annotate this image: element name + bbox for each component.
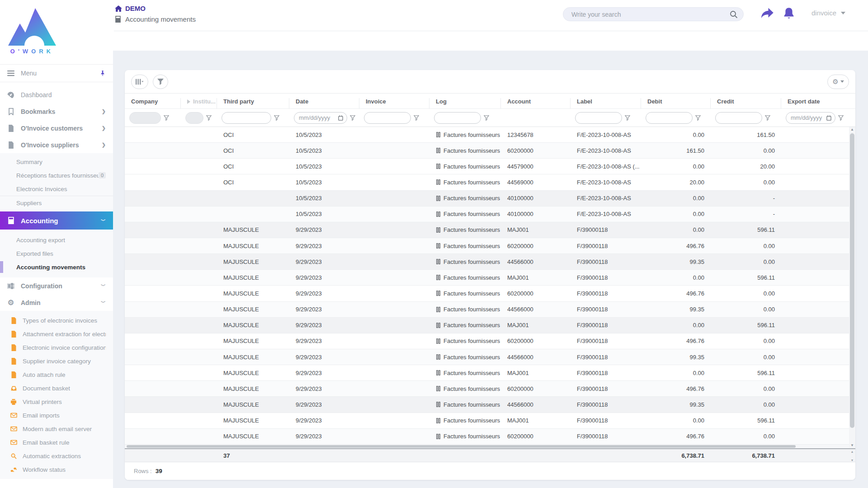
bell-icon[interactable] xyxy=(783,7,795,20)
column-header-credit[interactable]: Credit xyxy=(711,98,781,108)
column-header-log[interactable]: Log xyxy=(429,98,501,108)
totals-scroll-stub[interactable]: ▲▼ xyxy=(849,449,855,463)
sidebar-item-oinvoice-customers[interactable]: O'Invoice customers ❯ xyxy=(0,120,113,136)
table-row[interactable]: MAJUSCULE 9/29/2023 Factures fournisseur… xyxy=(125,381,855,397)
table-row[interactable]: MAJUSCULE 9/29/2023 Factures fournisseur… xyxy=(125,286,855,301)
sidebar-item-document-basket[interactable]: Document basket xyxy=(0,381,113,395)
table-settings-button[interactable]: ⚙ xyxy=(827,75,849,89)
filter-funnel-icon[interactable] xyxy=(206,115,212,121)
table-row[interactable]: MAJUSCULE 9/29/2023 Factures fournisseur… xyxy=(125,397,855,413)
scroll-down-icon[interactable]: ▼ xyxy=(850,443,854,448)
filter-export-date-input[interactable]: mm/dd/yyyy xyxy=(786,112,835,124)
vertical-scrollbar[interactable]: ▲ ▼ xyxy=(849,127,855,448)
logo[interactable]: O'WORK xyxy=(7,5,57,55)
pin-icon[interactable] xyxy=(99,70,106,77)
sidebar-item-oinvoice-suppliers[interactable]: O'Invoice suppliers ❯ xyxy=(0,136,113,153)
table-row[interactable]: MAJUSCULE 9/29/2023 Factures fournisseur… xyxy=(125,238,855,254)
sidebar-item-email-basket-rule[interactable]: Email basket rule xyxy=(0,436,113,449)
user-menu[interactable]: dinvoice xyxy=(811,9,845,17)
search-icon[interactable] xyxy=(730,10,738,19)
column-header-date[interactable]: Date xyxy=(289,98,359,108)
sidebar-item-exported-files[interactable]: Exported files xyxy=(0,247,113,260)
sidebar-item-auto-attach-rule[interactable]: Auto attach rule xyxy=(0,368,113,381)
filter-label-input[interactable] xyxy=(575,112,622,124)
sidebar-item-types-electronic-invoices[interactable]: Types of electronic invoices xyxy=(0,314,113,327)
table-row[interactable]: MAJUSCULE 9/29/2023 Factures fournisseur… xyxy=(125,270,855,286)
cell-account: 40100000 xyxy=(501,211,571,217)
horizontal-scrollbar-thumb[interactable] xyxy=(127,445,796,448)
share-icon[interactable] xyxy=(760,7,774,20)
sidebar-item-supplier-invoice-category[interactable]: Supplier invoice category xyxy=(0,354,113,368)
sidebar-item-bookmarks[interactable]: Bookmarks ❯ xyxy=(0,103,113,120)
cell-account: MAJ001 xyxy=(501,274,571,281)
filter-funnel-icon[interactable] xyxy=(274,115,279,121)
vertical-scrollbar-thumb[interactable] xyxy=(850,133,854,428)
table-row[interactable]: MAJUSCULE 9/29/2023 Factures fournisseur… xyxy=(125,254,855,270)
column-header-company[interactable]: Company xyxy=(125,98,181,108)
table-row[interactable]: 10/5/2023 Factures fournisseurs 40100000… xyxy=(125,191,855,206)
filter-funnel-icon[interactable] xyxy=(484,115,489,121)
sidebar-item-modern-auth-email-server[interactable]: Modern auth email server xyxy=(0,422,113,436)
sidebar-item-suppliers[interactable]: Suppliers xyxy=(0,196,113,210)
table-row[interactable]: MAJUSCULE 9/29/2023 Factures fournisseur… xyxy=(125,429,855,445)
filter-funnel-icon[interactable] xyxy=(164,115,169,121)
column-header-third-party[interactable]: Third party xyxy=(217,98,289,108)
sidebar-item-admin[interactable]: ⚙ Admin ﹀ xyxy=(0,294,113,311)
table-row[interactable]: MAJUSCULE 9/29/2023 Factures fournisseur… xyxy=(125,413,855,429)
column-header-debit[interactable]: Debit xyxy=(641,98,711,108)
column-header-label[interactable]: Label xyxy=(571,98,641,108)
cell-date: 10/5/2023 xyxy=(289,163,359,170)
sidebar-item-dashboard[interactable]: Dashboard xyxy=(0,86,113,103)
table-row[interactable]: MAJUSCULE 9/29/2023 Factures fournisseur… xyxy=(125,222,855,238)
table-row[interactable]: 10/5/2023 Factures fournisseurs 40100000… xyxy=(125,206,855,222)
table-row[interactable]: OCI 10/5/2023 Factures fournisseurs 4456… xyxy=(125,174,855,190)
sidebar-item-electronic-invoice-configuration[interactable]: Electronic invoice configuration xyxy=(0,341,113,354)
table-row[interactable]: OCI 10/5/2023 Factures fournisseurs 1234… xyxy=(125,127,855,143)
column-header-export-date[interactable]: Export date xyxy=(781,98,849,108)
filter-invoice-input[interactable] xyxy=(364,112,411,124)
column-header-institution[interactable]: Institu... xyxy=(181,98,217,108)
filter-funnel-icon[interactable] xyxy=(838,115,844,121)
table-row[interactable]: MAJUSCULE 9/29/2023 Factures fournisseur… xyxy=(125,349,855,365)
sidebar-item-configuration[interactable]: Configuration ﹀ xyxy=(0,277,113,294)
sidebar-item-summary[interactable]: Summary xyxy=(0,155,113,169)
filter-funnel-icon[interactable] xyxy=(695,115,701,121)
table-row[interactable]: OCI 10/5/2023 Factures fournisseurs 6020… xyxy=(125,143,855,159)
filter-date-input[interactable]: mm/dd/yyyy xyxy=(294,112,347,124)
filter-credit-input[interactable] xyxy=(715,112,762,124)
sidebar-item-accounting-export[interactable]: Accounting export xyxy=(0,233,113,247)
column-header-account[interactable]: Account xyxy=(501,98,571,108)
sidebar-item-electronic-invoices[interactable]: Electronic Invoices xyxy=(0,182,113,196)
sidebar-item-email-imports[interactable]: Email imports xyxy=(0,408,113,422)
filter-button[interactable] xyxy=(153,75,168,89)
filter-log-input[interactable] xyxy=(434,112,481,124)
sidebar-item-attachment-extraction[interactable]: Attachment extraction for electroni xyxy=(0,327,113,341)
cell-account: 44566000 xyxy=(501,306,571,313)
hamburger-icon[interactable] xyxy=(7,70,14,76)
filter-funnel-icon[interactable] xyxy=(414,115,419,121)
table-row[interactable]: MAJUSCULE 9/29/2023 Factures fournisseur… xyxy=(125,318,855,333)
table-row[interactable]: OCI 10/5/2023 Factures fournisseurs 4457… xyxy=(125,159,855,174)
table-row[interactable]: MAJUSCULE 9/29/2023 Factures fournisseur… xyxy=(125,365,855,381)
column-header-invoice[interactable]: Invoice xyxy=(359,98,429,108)
sidebar-item-automatic-extractions[interactable]: Automatic extractions xyxy=(0,449,113,463)
columns-button[interactable] xyxy=(131,75,148,89)
scroll-up-icon[interactable]: ▲ xyxy=(850,127,854,132)
filter-funnel-icon[interactable] xyxy=(765,115,770,121)
table-row[interactable]: MAJUSCULE 9/29/2023 Factures fournisseur… xyxy=(125,302,855,318)
table-filter-row: mm/dd/yyyy xyxy=(125,109,855,127)
table-row[interactable]: MAJUSCULE 9/29/2023 Factures fournisseur… xyxy=(125,333,855,349)
filter-third-party-input[interactable] xyxy=(222,112,271,124)
search-input[interactable] xyxy=(571,11,730,18)
filter-debit-input[interactable] xyxy=(646,112,693,124)
sidebar-item-accounting[interactable]: Accounting ﹀ xyxy=(0,211,113,230)
sidebar-item-receptions[interactable]: Réceptions factures fournisseurs 0 xyxy=(0,169,113,182)
sidebar-item-accounting-movements[interactable]: Accounting movements xyxy=(0,260,113,274)
cell-account: 40100000 xyxy=(501,195,571,202)
filter-funnel-icon[interactable] xyxy=(625,115,630,121)
sidebar-item-workflow-status[interactable]: Workflow status xyxy=(0,463,113,476)
horizontal-scrollbar[interactable] xyxy=(125,445,855,448)
sidebar-item-virtual-printers[interactable]: Virtual printers xyxy=(0,395,113,408)
filter-funnel-icon[interactable] xyxy=(350,115,355,121)
breadcrumb-home[interactable]: DEMO xyxy=(115,5,196,12)
